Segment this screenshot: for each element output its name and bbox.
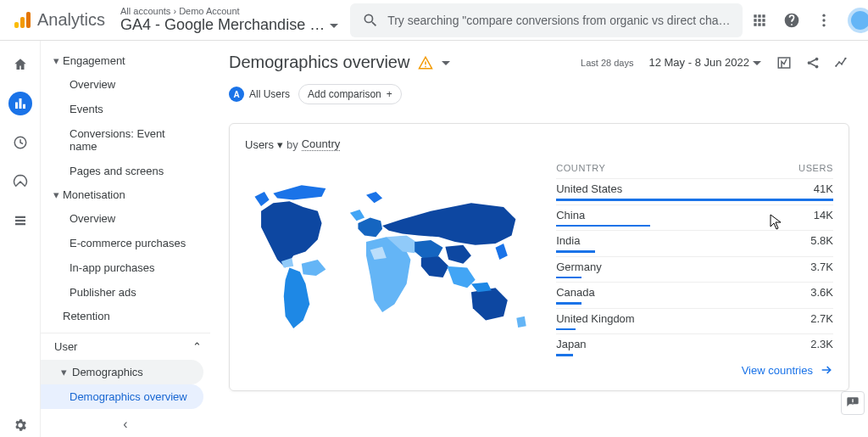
avatar[interactable] [848, 8, 868, 33]
add-comparison-button[interactable]: Add comparison + [298, 84, 402, 104]
chevron-up-icon: ⌃ [192, 340, 202, 353]
arrow-right-icon [820, 363, 833, 377]
rail-advertising[interactable] [8, 170, 32, 193]
nav-demographics-overview[interactable]: Demographics overview [41, 384, 203, 409]
date-label: Last 28 days [581, 58, 633, 68]
view-countries-link[interactable]: View countries [742, 363, 833, 377]
table-row[interactable]: Canada3.6K [556, 282, 833, 308]
nav-monetisation-ecommerce[interactable]: E-commerce purchases [41, 231, 203, 255]
country-table: COUNTRY USERS United States41KChina14KIn… [556, 158, 833, 361]
share-icon[interactable] [805, 55, 821, 70]
sidebar: ▾Engagement Overview Events Conversions:… [41, 41, 210, 437]
rail-configure[interactable] [8, 209, 32, 233]
help-icon[interactable] [783, 12, 800, 29]
customize-icon[interactable] [776, 55, 792, 70]
search-placeholder: Try searching "compare conversions from … [387, 14, 730, 27]
nav-demographics[interactable]: ▾Demographics [41, 360, 203, 384]
breadcrumb[interactable]: All accounts › Demo Account [120, 6, 338, 16]
collapse-sidebar[interactable]: ‹ [123, 417, 127, 432]
svg-point-16 [835, 64, 837, 66]
nav-monetisation-publisher[interactable]: Publisher ads [41, 280, 203, 305]
rail-reports[interactable] [8, 92, 32, 115]
search-input[interactable]: Try searching "compare conversions from … [350, 3, 742, 37]
nav-engagement-events[interactable]: Events [41, 97, 203, 121]
svg-rect-9 [15, 223, 25, 225]
svg-point-3 [822, 14, 825, 16]
svg-rect-1 [20, 17, 25, 28]
apps-icon[interactable] [751, 12, 768, 29]
svg-point-5 [822, 24, 825, 26]
feedback-button[interactable] [841, 391, 865, 415]
table-row[interactable]: China14K [556, 204, 833, 231]
table-row[interactable]: India5.8K [556, 230, 833, 256]
nav-user[interactable]: User⌃ [41, 333, 210, 360]
rail-home[interactable] [8, 53, 32, 76]
nav-engagement-pages[interactable]: Pages and screens [41, 159, 203, 183]
svg-point-4 [822, 19, 825, 21]
warning-icon[interactable] [418, 55, 433, 70]
table-row[interactable]: Japan2.3K [556, 333, 833, 360]
table-row[interactable]: Germany3.7K [556, 256, 833, 283]
svg-rect-11 [426, 65, 427, 67]
brand-text: Analytics [37, 10, 105, 30]
card-title[interactable]: Users▾ by Country [245, 137, 833, 151]
users-by-country-card: Users▾ by Country [229, 123, 849, 391]
insights-icon[interactable] [834, 55, 849, 70]
chip-all-users[interactable]: A All Users [229, 87, 290, 102]
nav-retention[interactable]: ▾Retention [41, 305, 210, 328]
more-vert-icon[interactable] [815, 12, 832, 29]
world-map[interactable] [245, 158, 536, 361]
nav-monetisation-overview[interactable]: Overview [41, 206, 203, 231]
plus-icon: + [387, 88, 392, 100]
property-name: GA4 - Google Merchandise … [120, 16, 325, 34]
search-icon [362, 12, 379, 29]
table-row[interactable]: United Kingdom2.7K [556, 308, 833, 334]
nav-engagement-conversions[interactable]: Conversions: Event name [41, 121, 203, 159]
chevron-down-icon[interactable] [442, 61, 450, 70]
analytics-logo[interactable]: Analytics [12, 10, 105, 31]
th-country: COUNTRY [556, 163, 605, 173]
th-users: USERS [798, 163, 833, 173]
property-selector[interactable]: All accounts › Demo Account GA4 - Google… [120, 6, 338, 34]
svg-rect-10 [426, 61, 427, 64]
svg-point-19 [844, 57, 846, 59]
date-range-picker[interactable]: 12 May - 8 Jun 2022 [648, 56, 761, 70]
svg-point-18 [841, 63, 843, 64]
svg-point-17 [838, 61, 840, 63]
nav-monetisation[interactable]: ▾Monetisation [41, 183, 210, 206]
svg-rect-8 [15, 220, 25, 221]
nav-monetisation-inapp[interactable]: In-app purchases [41, 255, 203, 280]
rail-explore[interactable] [8, 131, 32, 154]
svg-rect-7 [15, 216, 25, 218]
rail-admin[interactable] [8, 413, 32, 437]
svg-rect-2 [26, 12, 31, 28]
page-title: Demographics overview [229, 53, 409, 72]
nav-engagement-overview[interactable]: Overview [41, 72, 203, 97]
table-row[interactable]: United States41K [556, 178, 833, 204]
chevron-down-icon [330, 24, 338, 32]
nav-engagement[interactable]: ▾Engagement [41, 49, 210, 72]
svg-rect-0 [14, 22, 19, 28]
chip-badge: A [229, 87, 244, 102]
